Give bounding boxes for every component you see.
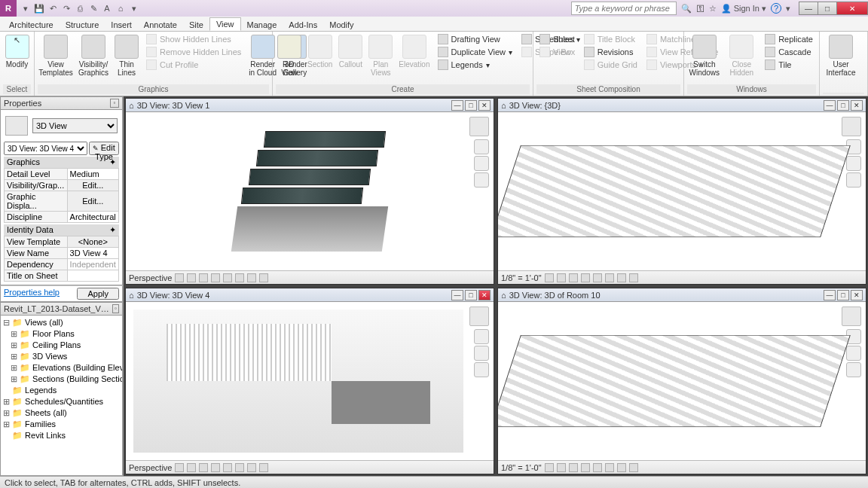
legends-button[interactable]: Legends ▾ (435, 59, 516, 71)
close-button[interactable]: ✕ (478, 290, 491, 300)
viewport-header[interactable]: ⌂3D View: {3D}—□✕ (498, 99, 866, 112)
drafting-view-button[interactable]: Drafting View (435, 33, 516, 45)
minimize-button[interactable]: — (824, 100, 836, 111)
viewport-header[interactable]: ⌂3D View: 3D View 4—□✕ (126, 288, 494, 302)
vctrl-icon[interactable] (211, 273, 220, 282)
tree-item[interactable]: ⊞ 📁 Ceiling Plans (2, 340, 121, 351)
vctrl-icon[interactable] (569, 463, 578, 472)
tile-button[interactable]: Tile (762, 59, 816, 71)
vctrl-icon[interactable] (629, 463, 638, 472)
close-button[interactable]: ✕ (851, 100, 863, 111)
tree-item[interactable]: ⊞ 📁 Families (2, 419, 121, 430)
viewcube-icon[interactable] (842, 117, 861, 136)
vctrl-icon[interactable] (581, 463, 590, 472)
tab-annotate[interactable]: Annotate (138, 19, 183, 31)
tab-modify[interactable]: Modify (323, 19, 359, 31)
undo-icon[interactable]: ↶ (47, 2, 59, 14)
vctrl-icon[interactable] (259, 463, 268, 472)
instance-selector[interactable]: 3D View: 3D View 4 (4, 142, 87, 155)
tab-structure[interactable]: Structure (60, 19, 105, 31)
nav-bar[interactable] (474, 139, 489, 188)
vctrl-icon[interactable] (199, 463, 208, 472)
revisions-button[interactable]: Revisions (581, 46, 640, 58)
app-logo[interactable]: R (0, 0, 17, 17)
3d-view-button[interactable]: 3D View (276, 33, 303, 78)
vctrl-icon[interactable] (199, 273, 208, 282)
minimize-button[interactable]: — (824, 290, 836, 300)
maximize-button[interactable]: □ (837, 290, 849, 300)
close-icon[interactable]: ▫ (110, 99, 119, 108)
print-icon[interactable]: ⎙ (74, 2, 86, 14)
scale-label[interactable]: 1/8" = 1'-0" (501, 273, 542, 282)
vctrl-icon[interactable] (557, 273, 566, 282)
apply-button[interactable]: Apply (77, 288, 119, 300)
tree-item[interactable]: ⊞ 📁 Schedules/Quantities (2, 396, 121, 407)
view-control-bar[interactable]: Perspective (126, 460, 494, 474)
scale-label[interactable]: 1/8" = 1'-0" (501, 463, 542, 472)
edit-type-button[interactable]: ✎ Edit Type (89, 142, 119, 155)
visibility-graphics-button[interactable]: Visibility/ Graphics (77, 33, 110, 78)
cascade-button[interactable]: Cascade (762, 46, 816, 58)
signin-button[interactable]: 👤 Sign In ▾ (721, 4, 766, 14)
viewport-canvas[interactable] (498, 302, 866, 460)
tab-insert[interactable]: Insert (105, 19, 138, 31)
duplicate-view-button[interactable]: Duplicate View ▾ (435, 46, 516, 58)
tree-item[interactable]: ⊞ 📁 Floor Plans (2, 328, 121, 340)
maximize-button[interactable]: □ (818, 2, 837, 15)
vctrl-icon[interactable] (557, 463, 566, 472)
vctrl-icon[interactable] (629, 273, 638, 282)
close-button[interactable]: ✕ (836, 2, 868, 15)
vctrl-icon[interactable] (259, 273, 268, 282)
prop-row[interactable]: View Name3D View 4 (5, 248, 119, 259)
vctrl-icon[interactable] (617, 463, 626, 472)
tree-item[interactable]: ⊞ 📁 Sheets (all) (2, 407, 121, 419)
prop-row[interactable]: Graphic Displa...Edit... (5, 191, 119, 212)
close-button[interactable]: ✕ (851, 290, 863, 300)
vctrl-icon[interactable] (235, 273, 244, 282)
viewport-canvas[interactable] (498, 112, 866, 270)
vctrl-icon[interactable] (211, 463, 220, 472)
switch-windows-button[interactable]: Switch Windows (687, 33, 722, 78)
minimize-button[interactable]: — (799, 2, 818, 15)
tree-item[interactable]: 📁 Revit Links (2, 430, 121, 441)
qat-icon[interactable]: A (101, 2, 113, 14)
save-icon[interactable]: 💾 (33, 2, 45, 14)
vctrl-icon[interactable] (605, 273, 614, 282)
vctrl-icon[interactable] (175, 463, 184, 472)
minimize-button[interactable]: — (451, 100, 463, 111)
prop-row[interactable]: Detail LevelMedium (5, 169, 119, 180)
sheet-button[interactable]: Sheet (536, 33, 578, 45)
prop-row[interactable]: View Template<None> (5, 236, 119, 248)
viewport-header[interactable]: ⌂3D View: 3D of Room 10—□✕ (498, 288, 866, 302)
vctrl-icon[interactable] (617, 273, 626, 282)
qat-icon[interactable]: ⌂ (115, 2, 127, 14)
maximize-button[interactable]: □ (465, 290, 477, 300)
tab-site[interactable]: Site (183, 19, 209, 31)
maximize-button[interactable]: □ (465, 100, 477, 111)
scale-label[interactable]: Perspective (129, 273, 172, 282)
viewcube-icon[interactable] (469, 117, 489, 136)
vctrl-icon[interactable] (581, 273, 590, 282)
dropdown-icon[interactable]: ▾ (786, 4, 790, 14)
vctrl-icon[interactable] (593, 463, 602, 472)
vctrl-icon[interactable] (545, 463, 554, 472)
tab-addins[interactable]: Add-Ins (283, 19, 323, 31)
vctrl-icon[interactable] (187, 463, 196, 472)
replicate-button[interactable]: Replicate (762, 33, 816, 45)
vctrl-icon[interactable] (187, 273, 196, 282)
tree-item[interactable]: ⊞ 📁 Sections (Building Section) (2, 374, 121, 385)
redo-icon[interactable]: ↷ (60, 2, 72, 14)
tab-architecture[interactable]: Architecture (3, 19, 60, 31)
binoculars-icon[interactable]: 🔍 (681, 4, 692, 14)
open-icon[interactable]: ▾ (20, 2, 32, 14)
vctrl-icon[interactable] (545, 273, 554, 282)
key-icon[interactable]: ⚿ (696, 4, 704, 13)
qat-icon[interactable]: ✎ (87, 2, 99, 14)
modify-button[interactable]: ↖Modify (3, 33, 31, 70)
minimize-button[interactable]: — (451, 290, 463, 300)
view-control-bar[interactable]: Perspective (126, 270, 494, 284)
group-identity[interactable]: Identity Data✦ (4, 224, 119, 236)
search-input[interactable] (571, 2, 677, 15)
vctrl-icon[interactable] (605, 463, 614, 472)
vctrl-icon[interactable] (223, 463, 232, 472)
